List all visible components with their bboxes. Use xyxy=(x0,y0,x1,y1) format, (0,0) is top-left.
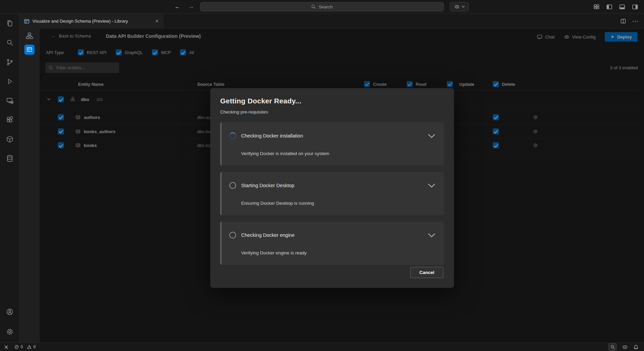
warnings-icon xyxy=(27,345,32,349)
nav-forward-icon[interactable]: → xyxy=(188,3,194,10)
chevron-down-icon[interactable] xyxy=(428,233,435,237)
customize-layout-icon[interactable] xyxy=(592,2,601,11)
tab-title: Visualize and Design Schema (Preview) - … xyxy=(32,19,151,24)
tab-bar: Visualize and Design Schema (Preview) - … xyxy=(20,14,644,29)
step-title: Checking Docker installation xyxy=(241,133,303,139)
getting-docker-ready-dialog: Getting Docker Ready... Checking pre-req… xyxy=(210,88,454,288)
search-placeholder: Search xyxy=(319,4,332,9)
split-editor-icon[interactable] xyxy=(620,18,626,24)
pending-circle-icon xyxy=(229,182,236,189)
spinner-icon xyxy=(229,132,236,139)
error-count: 0 xyxy=(21,345,23,349)
toggle-secondary-sidebar-icon[interactable] xyxy=(630,2,639,11)
step-description: Ensuring Docker Desktop is running xyxy=(241,201,314,206)
vscode-window: ← → Search xyxy=(0,0,644,351)
package-cube-icon[interactable] xyxy=(2,131,18,147)
notifications-bell-icon[interactable] xyxy=(633,344,639,350)
step-title: Checking Docker engine xyxy=(241,232,295,238)
copilot-icon xyxy=(454,4,460,9)
chevron-down-icon xyxy=(462,6,465,8)
remote-explorer-icon[interactable] xyxy=(2,93,18,109)
activity-bar xyxy=(0,14,20,343)
search-view-icon[interactable] xyxy=(2,35,18,51)
step-checking-docker-installation[interactable]: Checking Docker installation Verifying D… xyxy=(220,122,444,166)
zoom-status-icon[interactable] xyxy=(608,343,617,351)
copilot-status-icon[interactable] xyxy=(622,344,628,350)
toggle-primary-sidebar-icon[interactable] xyxy=(605,2,614,11)
source-control-icon[interactable] xyxy=(2,54,18,70)
extensions-icon[interactable] xyxy=(2,112,18,128)
step-description: Verifying Docker engine is ready xyxy=(241,250,307,255)
schema-preview-icon xyxy=(24,19,29,24)
step-description: Verifying Docker is installed on your sy… xyxy=(241,151,329,156)
pending-circle-icon xyxy=(229,232,236,239)
dialog-subtitle: Checking pre-requisites xyxy=(220,109,444,115)
remote-indicator-icon[interactable] xyxy=(0,343,12,351)
nav-back-icon[interactable]: ← xyxy=(175,3,180,10)
status-bar: 0 0 xyxy=(0,343,644,351)
problems-status[interactable]: 0 0 xyxy=(14,345,38,349)
dialog-title: Getting Docker Ready... xyxy=(220,97,444,105)
step-starting-docker-desktop[interactable]: Starting Docker Desktop Ensuring Docker … xyxy=(220,172,444,215)
command-center-search[interactable]: Search xyxy=(200,2,444,11)
step-title: Starting Docker Desktop xyxy=(241,183,294,188)
tab-close-icon[interactable]: × xyxy=(155,18,159,24)
explorer-icon[interactable] xyxy=(2,16,18,32)
account-icon[interactable] xyxy=(2,304,18,320)
chevron-down-icon[interactable] xyxy=(428,183,435,188)
cancel-button[interactable]: Cancel xyxy=(410,267,443,278)
toggle-panel-icon[interactable] xyxy=(618,2,626,11)
more-actions-icon[interactable]: ⋯ xyxy=(632,18,639,25)
view-switcher-strip xyxy=(20,29,40,343)
database-icon[interactable] xyxy=(2,150,18,167)
copilot-button[interactable] xyxy=(450,2,469,11)
warning-count: 0 xyxy=(33,345,36,349)
chevron-down-icon[interactable] xyxy=(428,134,435,138)
step-checking-docker-engine[interactable]: Checking Docker engine Verifying Docker … xyxy=(220,222,444,265)
errors-icon xyxy=(14,345,19,349)
search-icon xyxy=(311,4,316,9)
schema-designer-icon[interactable] xyxy=(25,32,33,40)
titlebar: ← → Search xyxy=(0,0,644,14)
run-debug-icon[interactable] xyxy=(2,73,18,90)
data-api-builder-icon-active[interactable] xyxy=(24,45,34,55)
settings-gear-icon[interactable] xyxy=(2,324,18,340)
tab-visualize-design-schema[interactable]: Visualize and Design Schema (Preview) - … xyxy=(20,14,163,29)
